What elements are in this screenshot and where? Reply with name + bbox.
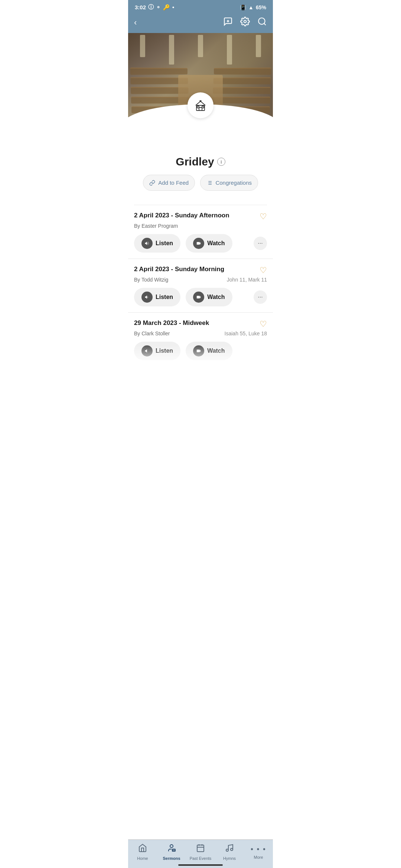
wifi-icon: ▲ — [248, 4, 254, 10]
action-buttons: Add to Feed Congregations — [143, 175, 258, 191]
svg-line-4 — [264, 23, 266, 25]
watch-label-1: Watch — [207, 240, 225, 247]
battery-level: 65% — [256, 4, 266, 10]
svg-point-2 — [244, 20, 247, 23]
sermon-scripture-3: Isaiah 55, Luke 18 — [225, 331, 267, 336]
watch-icon-3 — [193, 345, 204, 356]
status-circle-icon: ⚬ — [156, 4, 161, 11]
add-comment-icon[interactable] — [223, 17, 233, 29]
church-icon-circle — [188, 92, 213, 118]
watch-label-2: Watch — [207, 294, 225, 300]
more-button-2[interactable]: ··· — [254, 290, 267, 304]
svg-point-3 — [258, 18, 265, 24]
profile-info-icon[interactable]: i — [217, 158, 225, 166]
sermon-item-3: 29 March 2023 - Midweek ♡ By Clark Stoll… — [128, 313, 273, 366]
favorite-icon-3[interactable]: ♡ — [260, 319, 267, 329]
status-left: 3:02 ⓘ ⚬ 🔑 • — [135, 4, 174, 11]
listen-button-3[interactable]: Listen — [134, 342, 180, 360]
favorite-icon-2[interactable]: ♡ — [260, 266, 267, 275]
listen-label-1: Listen — [156, 240, 173, 247]
nav-actions — [223, 17, 267, 29]
back-button[interactable]: ‹ — [134, 18, 137, 27]
sermon-title-2: 2 April 2023 - Sunday Morning — [134, 266, 260, 273]
nav-header: ‹ — [128, 14, 273, 33]
listen-icon-2 — [141, 292, 153, 303]
listen-icon-1 — [141, 238, 153, 249]
watch-button-1[interactable]: Watch — [186, 234, 232, 253]
add-to-feed-button[interactable]: Add to Feed — [143, 175, 195, 191]
congregations-button[interactable]: Congregations — [200, 175, 258, 191]
watch-button-3[interactable]: Watch — [186, 342, 232, 360]
listen-label-3: Listen — [156, 348, 173, 354]
settings-icon[interactable] — [240, 17, 250, 29]
watch-icon-2 — [193, 292, 204, 303]
watch-icon-1 — [193, 238, 204, 249]
watch-label-3: Watch — [207, 348, 225, 354]
sermon-scripture-2: John 11, Mark 11 — [227, 277, 267, 283]
status-dot: • — [172, 4, 174, 10]
profile-section: Gridley i Add to Feed Congregations — [128, 137, 273, 205]
hero-image — [128, 33, 273, 137]
svg-rect-10 — [202, 106, 204, 108]
profile-name: Gridley i — [136, 155, 265, 168]
listen-button-1[interactable]: Listen — [134, 234, 180, 253]
sermon-item: 2 April 2023 - Sunday Afternoon ♡ By Eas… — [128, 205, 273, 259]
status-key-icon: 🔑 — [163, 4, 170, 11]
listen-icon-3 — [141, 345, 153, 356]
sermon-author-1: By Easter Program — [134, 223, 178, 229]
watch-button-2[interactable]: Watch — [186, 288, 232, 306]
status-info-icon: ⓘ — [148, 4, 154, 11]
status-time: 3:02 — [135, 4, 146, 10]
sermon-author-3: By Clark Stoller — [134, 331, 170, 336]
listen-label-2: Listen — [156, 294, 173, 300]
status-bar: 3:02 ⓘ ⚬ 🔑 • 📳 ▲ 65% — [128, 0, 273, 14]
sermon-title-1: 2 April 2023 - Sunday Afternoon — [134, 212, 260, 219]
status-right: 📳 ▲ 65% — [240, 4, 266, 10]
svg-rect-8 — [199, 108, 202, 111]
sermon-item-2: 2 April 2023 - Sunday Morning ♡ By Todd … — [128, 259, 273, 313]
favorite-icon-1[interactable]: ♡ — [260, 212, 267, 221]
more-button-1[interactable]: ··· — [254, 237, 267, 250]
svg-rect-9 — [197, 106, 199, 108]
sermon-list: 2 April 2023 - Sunday Afternoon ♡ By Eas… — [128, 205, 273, 366]
search-icon[interactable] — [257, 17, 267, 29]
sermon-author-2: By Todd Witzig — [134, 277, 168, 283]
vibrate-icon: 📳 — [240, 4, 246, 10]
listen-button-2[interactable]: Listen — [134, 288, 180, 306]
sermon-title-3: 29 March 2023 - Midweek — [134, 319, 260, 327]
